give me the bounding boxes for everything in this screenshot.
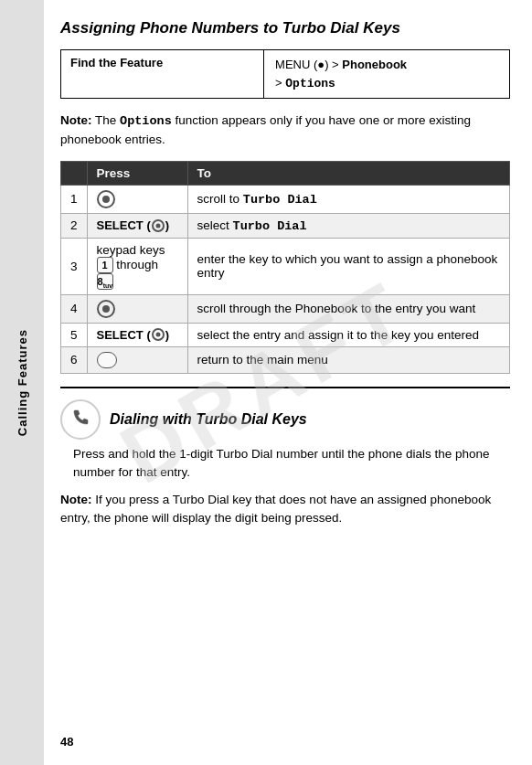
dialing-header-row: Dialing with Turbo Dial Keys (60, 399, 510, 440)
sidebar-label: Calling Features (16, 329, 29, 436)
table-row: 3 keypad keys 1 through 8tuv enter the k… (61, 238, 510, 294)
divider (60, 387, 510, 388)
to-cell: select Turbo Dial (187, 213, 509, 238)
nav-icon (97, 190, 115, 208)
to-cell: select the entry and assign it to the ke… (187, 323, 509, 346)
press-cell: SELECT () (87, 213, 187, 238)
dialing-note-text: If you press a Turbo Dial key that does … (60, 493, 491, 525)
dialing-note-prefix: Note: (60, 493, 92, 506)
table-row: 4 scroll through the Phonebook to the en… (61, 294, 510, 323)
table-row: 2 SELECT () select Turbo Dial (61, 213, 510, 238)
find-feature-line2: > Options (275, 76, 335, 90)
key-1-icon: 1 (97, 257, 113, 273)
steps-table: Press To 1 scroll to Turbo Dial 2 (60, 161, 510, 374)
press-cell (87, 185, 187, 213)
press-cell: SELECT () (87, 323, 187, 346)
select-icon: SELECT () (97, 328, 170, 342)
to-cell: scroll to Turbo Dial (187, 185, 509, 213)
col-press: Press (87, 161, 187, 185)
press-cell (87, 294, 187, 323)
key-8-icon: 8tuv (97, 273, 113, 290)
find-feature-box: Find the Feature MENU (●) > Phonebook > … (60, 49, 510, 99)
left-sidebar: Calling Features (0, 0, 44, 765)
step-num: 3 (61, 238, 88, 294)
main-content: Assigning Phone Numbers to Turbo Dial Ke… (44, 0, 532, 765)
to-cell: return to the main menu (187, 346, 509, 373)
dialing-body: Press and hold the 1-digit Turbo Dial nu… (60, 445, 510, 483)
table-row: 1 scroll to Turbo Dial (61, 185, 510, 213)
note1-text: The Options function appears only if you… (60, 113, 471, 146)
dialing-section: Dialing with Turbo Dial Keys Press and h… (60, 399, 510, 528)
table-row: 5 SELECT () select the entry and assign … (61, 323, 510, 346)
find-feature-label: Find the Feature (61, 50, 264, 98)
step-num: 2 (61, 213, 88, 238)
to-cell: scroll through the Phonebook to the entr… (187, 294, 509, 323)
step-num: 6 (61, 346, 88, 373)
dialing-section-title: Dialing with Turbo Dial Keys (110, 411, 307, 428)
table-row: 6 return to the main menu (61, 346, 510, 373)
dialing-note: Note: If you press a Turbo Dial key that… (60, 491, 510, 528)
press-cell (87, 346, 187, 373)
select-icon: SELECT () (97, 218, 170, 232)
note1: Note: The Options function appears only … (60, 112, 510, 150)
section-title: Assigning Phone Numbers to Turbo Dial Ke… (60, 18, 510, 38)
step-num: 1 (61, 185, 88, 213)
select-dot-icon (152, 328, 165, 341)
select-dot-icon (152, 219, 165, 232)
phone-icon (69, 408, 92, 431)
nav-icon (97, 300, 115, 318)
page-container: Calling Features Assigning Phone Numbers… (0, 0, 532, 765)
phone-icon-circle (60, 399, 101, 440)
to-cell: enter the key to which you want to assig… (187, 238, 509, 294)
col-to: To (187, 161, 509, 185)
page-number: 48 (60, 735, 73, 749)
step-num: 4 (61, 294, 88, 323)
press-cell: keypad keys 1 through 8tuv (87, 238, 187, 294)
col-step-num (61, 161, 88, 185)
find-feature-line1: MENU (●) > Phonebook (275, 58, 407, 71)
note1-prefix: Note: (60, 113, 92, 127)
step-num: 5 (61, 323, 88, 346)
end-icon (97, 352, 117, 368)
find-feature-value: MENU (●) > Phonebook > Options (264, 50, 509, 98)
